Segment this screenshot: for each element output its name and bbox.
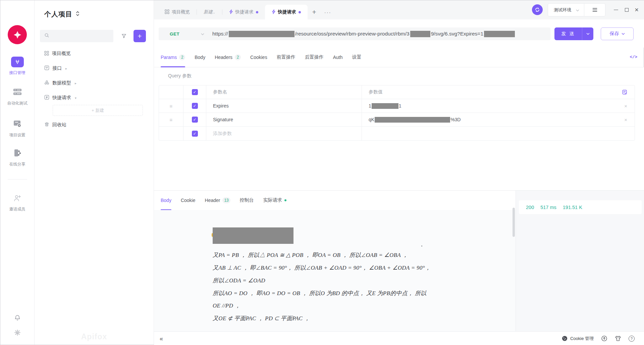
param-value-cell[interactable]	[362, 127, 635, 140]
cookie-icon	[562, 336, 568, 341]
url-input[interactable]: https:///resource/oss/preview/rbm-previe…	[212, 31, 515, 37]
tab-cookies[interactable]: Cookies	[250, 48, 267, 67]
chevron-right-icon[interactable]: ▸	[65, 67, 67, 70]
cookie-manager-button[interactable]: Cookie 管理	[562, 336, 594, 342]
environment-menu-icon[interactable]	[584, 8, 605, 12]
save-button[interactable]: 保存	[601, 27, 634, 40]
settings-gear-icon[interactable]	[14, 329, 21, 337]
chevron-down-icon[interactable]: ▾	[75, 96, 76, 100]
tab-post-actions[interactable]: 后置操作	[305, 48, 324, 67]
sidebar-item-automation-test[interactable]: 自动化测试	[0, 87, 34, 106]
status-code: 200	[526, 205, 534, 210]
project-title[interactable]: 个人项目	[44, 10, 72, 19]
environment-label[interactable]: 测试环境	[548, 7, 571, 13]
project-panel: 个人项目 + 项目概览	[35, 0, 154, 345]
drag-handle-icon[interactable]: ≡	[159, 99, 183, 113]
grid-icon	[165, 9, 169, 15]
tab-response-body[interactable]: Body	[161, 191, 171, 210]
drag-handle-icon[interactable]: ≡	[159, 113, 183, 126]
delete-row-icon[interactable]: ×	[624, 117, 627, 123]
url-field: GET https:///resource/oss/preview/rbm-pr…	[159, 27, 550, 40]
apifox-logo-icon[interactable]	[8, 25, 27, 44]
sync-icon[interactable]	[532, 4, 543, 15]
new-tab-button[interactable]: +	[308, 5, 321, 19]
tab-pre-actions[interactable]: 前置操作	[277, 48, 296, 67]
sidebar-item-label: 在线分享	[9, 161, 25, 167]
row-checkbox[interactable]: ✓	[192, 103, 198, 109]
help-icon[interactable]: ?	[629, 336, 635, 342]
tab-headers[interactable]: Headers 2	[215, 48, 241, 67]
add-param-placeholder[interactable]: 添加参数	[206, 127, 362, 140]
tab-quick-request-2-active[interactable]: 快捷请求	[265, 5, 308, 19]
tree-item-project-overview[interactable]: 项目概览	[35, 46, 154, 61]
tab-auth[interactable]: Auth	[333, 48, 343, 67]
sidebar-item-project-settings[interactable]: 项目设置	[0, 120, 34, 138]
new-quick-request-button[interactable]: + 新建	[53, 105, 143, 116]
tab-params[interactable]: Params 2	[161, 48, 185, 67]
bolt-icon	[229, 9, 233, 15]
request-bar: GET https:///resource/oss/preview/rbm-pr…	[154, 19, 644, 48]
theme-shirt-icon[interactable]	[615, 336, 621, 341]
code-view-icon[interactable]: </>	[630, 48, 637, 67]
scrollbar-thumb[interactable]	[513, 208, 515, 237]
window-minimize-button[interactable]	[611, 0, 620, 19]
collapse-sidebar-icon[interactable]: «	[160, 336, 163, 342]
tree-item-data-model[interactable]: 数据模型 ▸	[35, 76, 154, 90]
count-badge: 2	[235, 54, 241, 60]
delete-row-icon[interactable]: ×	[624, 103, 627, 109]
tab-label: 后置操作	[305, 54, 324, 60]
add-button[interactable]: +	[133, 30, 146, 42]
sidebar-item-invite-member[interactable]: 邀请成员	[0, 194, 34, 212]
filter-icon[interactable]	[118, 30, 130, 42]
notifications-bell-icon[interactable]	[14, 315, 21, 323]
tab-response-header[interactable]: Header 13	[205, 191, 230, 210]
tab-label: 控制台	[240, 197, 254, 203]
window-close-button[interactable]: ×	[632, 0, 641, 19]
param-name-cell[interactable]: Signature	[206, 113, 362, 126]
tab-console[interactable]: 控制台	[240, 191, 254, 210]
tab-label: 设置	[352, 54, 361, 60]
select-all-checkbox[interactable]: ✓	[192, 89, 198, 95]
tree-item-api[interactable]: 接口 ▸	[35, 61, 154, 76]
tab-settings[interactable]: 设置	[352, 48, 361, 67]
chevron-right-icon[interactable]: ▸	[75, 81, 76, 85]
math-line: 又OE ⊄ 平面PAC ， PD ⊂ 平面PAC ，	[213, 315, 310, 322]
row-checkbox[interactable]: ✓	[192, 131, 198, 137]
tab-label: 新建..	[204, 9, 215, 15]
param-value-text: 1	[399, 103, 401, 109]
tab-quick-request-1[interactable]: 快捷请求	[222, 5, 265, 19]
sidebar-item-api-management[interactable]: 接口管理	[0, 57, 34, 76]
online-share-icon	[13, 148, 22, 159]
apifox-watermark: Apifox	[35, 332, 154, 341]
sidebar-item-label: 自动化测试	[7, 100, 28, 106]
chevron-down-icon[interactable]	[576, 7, 579, 13]
tab-response-cookie[interactable]: Cookie	[181, 191, 196, 210]
tree-item-quick-request[interactable]: 快捷请求 ▾	[35, 90, 154, 105]
tree-item-recycle-bin[interactable]: 回收站	[35, 118, 154, 132]
chevron-down-icon	[201, 31, 204, 37]
param-name-cell[interactable]: Expires	[206, 99, 362, 113]
row-checkbox[interactable]: ✓	[192, 117, 198, 123]
window-maximize-button[interactable]	[622, 0, 631, 19]
more-tabs-button[interactable]: ···	[321, 5, 335, 19]
value-header-label: 参数值	[369, 89, 383, 95]
tab-new[interactable]: 新建..	[197, 5, 222, 19]
project-switch-icon[interactable]	[76, 11, 79, 17]
tab-label: 快捷请求	[235, 9, 254, 15]
search-input[interactable]	[40, 30, 113, 42]
save-label: 保存	[610, 31, 619, 37]
sidebar-item-online-share[interactable]: 在线分享	[0, 148, 34, 167]
tab-actual-request[interactable]: 实际请求	[263, 191, 286, 210]
bulk-edit-icon[interactable]	[622, 89, 627, 95]
param-value-cell[interactable]: 11 ×	[362, 99, 635, 113]
chevron-down-icon[interactable]	[582, 33, 593, 35]
math-line: 所以∠ODA = ∠OAD	[213, 277, 265, 284]
tab-label: Auth	[333, 55, 343, 60]
chevron-down-icon	[622, 33, 625, 35]
upload-icon[interactable]	[601, 335, 607, 342]
method-select[interactable]: GET	[159, 31, 212, 37]
param-value-cell[interactable]: qK%3D ×	[362, 113, 635, 126]
tab-body[interactable]: Body	[195, 48, 205, 67]
send-button[interactable]: 发 送	[554, 27, 593, 40]
tab-project-overview[interactable]: 项目概览	[158, 5, 197, 19]
